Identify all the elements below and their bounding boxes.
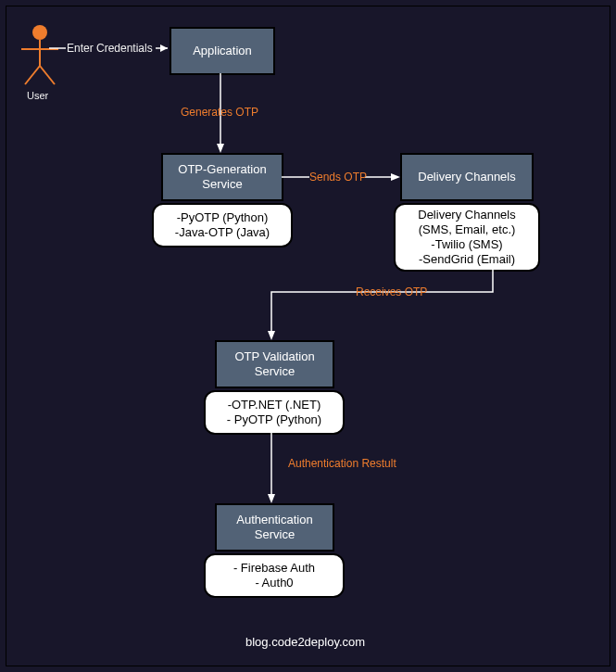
otp-validation-detail-2: - PyOTP (Python) — [227, 412, 321, 427]
svg-marker-7 — [160, 44, 168, 52]
svg-point-0 — [32, 25, 47, 40]
otp-generation-details: -PyOTP (Python) -Java-OTP (Java) — [152, 203, 293, 247]
user-actor-icon — [12, 23, 68, 97]
delivery-channels-node: Delivery Channels — [400, 153, 534, 201]
authentication-title-1: Authentication — [236, 513, 312, 527]
otp-generation-title-2: Service — [202, 177, 242, 192]
svg-marker-12 — [391, 173, 400, 181]
generates-otp-label: Generates OTP — [181, 106, 258, 119]
delivery-channels-title: Delivery Channels — [418, 170, 516, 184]
authentication-title-2: Service — [255, 527, 295, 542]
otp-validation-detail-1: -OTP.NET (.NET) — [228, 398, 321, 412]
authentication-node: Authentication Service — [215, 503, 334, 552]
otp-validation-details: -OTP.NET (.NET) - PyOTP (Python) — [204, 390, 345, 435]
delivery-detail-3: -Twilio (SMS) — [431, 237, 502, 252]
application-node: Application — [170, 27, 275, 75]
otp-validation-title-2: Service — [255, 364, 295, 379]
svg-marker-9 — [217, 144, 224, 153]
svg-line-4 — [40, 66, 55, 84]
user-actor-label: User — [27, 90, 48, 101]
svg-line-3 — [25, 66, 40, 84]
delivery-detail-2: (SMS, Email, etc.) — [419, 222, 516, 237]
otp-validation-title-1: OTP Validation — [234, 349, 314, 364]
delivery-detail-4: -SendGrid (Email) — [419, 252, 515, 267]
otp-generation-title-1: OTP-Generation — [178, 162, 266, 177]
authentication-details: - Firebase Auth - Auth0 — [204, 553, 345, 598]
authentication-detail-1: - Firebase Auth — [233, 561, 315, 576]
otp-generation-detail-2: -Java-OTP (Java) — [175, 225, 270, 240]
delivery-channels-details: Delivery Channels (SMS, Email, etc.) -Tw… — [394, 203, 540, 272]
authentication-detail-2: - Auth0 — [255, 576, 293, 590]
diagram-frame: User Enter Credentials Application Gener… — [6, 6, 610, 666]
sends-otp-label: Sends OTP — [309, 171, 367, 184]
svg-marker-15 — [268, 494, 275, 503]
svg-marker-13 — [268, 331, 275, 340]
footer-text: blog.code2deploy.com — [245, 635, 365, 649]
otp-generation-detail-1: -PyOTP (Python) — [177, 210, 269, 225]
enter-credentials-label: Enter Credentials — [67, 42, 153, 55]
delivery-detail-1: Delivery Channels — [418, 208, 516, 222]
application-title: Application — [193, 44, 252, 58]
otp-generation-node: OTP-Generation Service — [161, 153, 283, 201]
auth-result-arrow-icon — [258, 433, 285, 507]
receives-otp-label: Receives OTP — [356, 285, 427, 298]
otp-validation-node: OTP Validation Service — [215, 340, 334, 388]
auth-result-label: Authentication Restult — [288, 457, 396, 470]
